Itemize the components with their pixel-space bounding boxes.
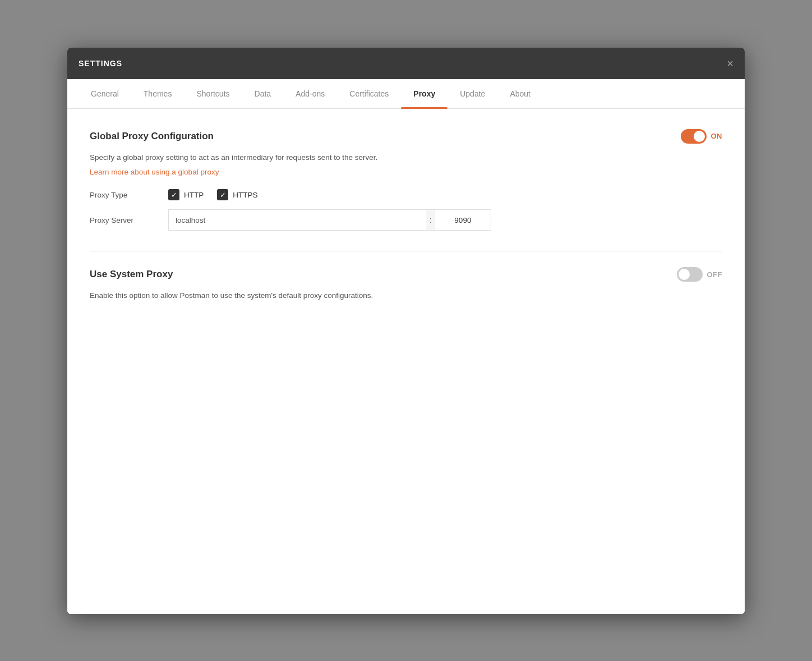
global-proxy-toggle-label: ON — [711, 132, 723, 140]
proxy-colon-separator: : — [426, 209, 435, 231]
system-proxy-title: Use System Proxy — [90, 269, 173, 280]
tab-update[interactable]: Update — [447, 79, 497, 108]
system-proxy-header: Use System Proxy OFF — [90, 267, 722, 282]
tab-shortcuts[interactable]: Shortcuts — [184, 79, 242, 108]
tab-data[interactable]: Data — [242, 79, 284, 108]
learn-more-link[interactable]: Learn more about using a global proxy — [90, 168, 219, 176]
https-check-mark: ✓ — [220, 191, 226, 199]
system-proxy-toggle-knob — [679, 269, 690, 280]
system-proxy-toggle[interactable] — [677, 267, 703, 282]
proxy-type-row: Proxy Type ✓ HTTP ✓ HTTPS — [90, 189, 722, 200]
proxy-type-label: Proxy Type — [90, 191, 168, 199]
system-proxy-description: Enable this option to allow Postman to u… — [90, 290, 722, 302]
section-divider — [90, 251, 722, 251]
close-button[interactable]: × — [727, 58, 733, 69]
system-proxy-section: Use System Proxy OFF Enable this option … — [90, 267, 722, 302]
content-area: Global Proxy Configuration ON Specify a … — [67, 109, 745, 614]
https-checkbox-item[interactable]: ✓ HTTPS — [217, 189, 257, 200]
http-check-mark: ✓ — [171, 191, 177, 199]
https-checkbox[interactable]: ✓ — [217, 189, 228, 200]
proxy-host-input[interactable] — [168, 209, 426, 231]
global-proxy-toggle[interactable] — [681, 129, 707, 144]
tab-proxy[interactable]: Proxy — [401, 79, 447, 108]
global-proxy-toggle-wrapper: ON — [681, 129, 723, 144]
tab-addons[interactable]: Add-ons — [283, 79, 337, 108]
proxy-server-label: Proxy Server — [90, 216, 168, 224]
tab-themes[interactable]: Themes — [131, 79, 184, 108]
titlebar: SETTINGS × — [67, 48, 745, 79]
global-proxy-toggle-knob — [694, 131, 705, 142]
https-label: HTTPS — [233, 191, 257, 199]
proxy-port-input[interactable] — [435, 209, 491, 231]
tabs-bar: General Themes Shortcuts Data Add-ons Ce… — [67, 79, 745, 109]
tab-general[interactable]: General — [79, 79, 131, 108]
system-proxy-toggle-label: OFF — [707, 270, 723, 279]
proxy-server-inputs: : — [168, 209, 491, 231]
http-checkbox-item[interactable]: ✓ HTTP — [168, 189, 204, 200]
tab-certificates[interactable]: Certificates — [337, 79, 401, 108]
proxy-type-checkboxes: ✓ HTTP ✓ HTTPS — [168, 189, 258, 200]
http-checkbox[interactable]: ✓ — [168, 189, 179, 200]
system-proxy-toggle-wrapper: OFF — [677, 267, 723, 282]
global-proxy-title: Global Proxy Configuration — [90, 131, 214, 142]
window-title: SETTINGS — [79, 59, 122, 68]
tab-about[interactable]: About — [497, 79, 543, 108]
http-label: HTTP — [184, 191, 204, 199]
proxy-server-row: Proxy Server : — [90, 209, 722, 231]
global-proxy-description: Specify a global proxy setting to act as… — [90, 152, 722, 164]
global-proxy-header: Global Proxy Configuration ON — [90, 129, 722, 144]
global-proxy-section: Global Proxy Configuration ON Specify a … — [90, 129, 722, 231]
